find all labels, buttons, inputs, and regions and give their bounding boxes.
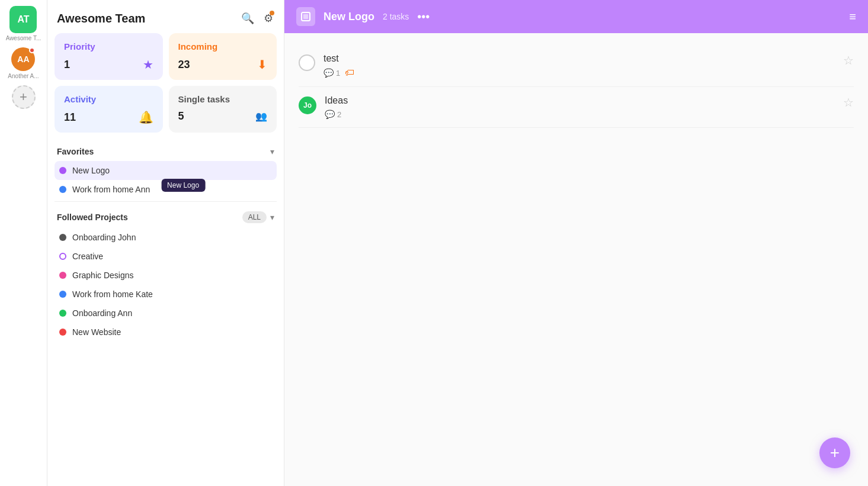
task-count: 2 tasks <box>383 12 409 21</box>
content-header: New Logo 2 tasks ••• ≡ <box>284 0 868 33</box>
task-comment-count: 💬 1 <box>324 68 340 78</box>
creative-dot <box>59 253 66 260</box>
notification-badge <box>29 47 35 53</box>
task-comment-count: 💬 2 <box>325 110 341 119</box>
sidebar-item-new-website[interactable]: New Website <box>55 323 277 342</box>
single-tasks-title: Single tasks <box>178 94 268 104</box>
team-workspace[interactable]: AT Awesome T... <box>6 6 41 41</box>
filter-icon: ≡ <box>849 10 856 23</box>
table-row: test 💬 1 🏷 ☆ <box>299 45 854 87</box>
onboarding-ann-dot <box>59 310 66 317</box>
work-home-ann-dot <box>59 186 66 193</box>
task-meta: 💬 1 🏷 <box>324 67 835 78</box>
task-meta: 💬 2 <box>325 110 835 119</box>
single-tasks-card[interactable]: Single tasks 5 👥 <box>169 86 277 133</box>
incoming-icon: ⬇ <box>257 57 267 72</box>
work-home-kate-label: Work from home Kate <box>72 289 153 299</box>
team-avatar[interactable]: AT <box>9 6 37 33</box>
add-workspace-button[interactable]: + <box>12 85 36 109</box>
sidebar-item-onboarding-ann[interactable]: Onboarding Ann <box>55 304 277 323</box>
sidebar-item-work-home-kate[interactable]: Work from home Kate <box>55 285 277 304</box>
sidebar-item-creative[interactable]: Creative <box>55 247 277 266</box>
work-home-kate-dot <box>59 291 66 298</box>
sidebar-item-onboarding-john[interactable]: Onboarding John <box>55 228 277 247</box>
user-avatar[interactable]: AA <box>11 47 35 71</box>
followed-projects-label: Followed Projects <box>57 213 128 222</box>
creative-label: Creative <box>72 252 103 261</box>
work-home-ann-label: Work from home Ann <box>72 185 150 194</box>
priority-count: 1 <box>64 59 70 71</box>
app-sidebar: AT Awesome T... AA Another A... + <box>0 0 47 486</box>
incoming-count: 23 <box>178 59 190 71</box>
activity-card[interactable]: Activity 11 🔔 <box>55 86 163 133</box>
new-logo-label: New Logo <box>72 166 110 175</box>
task-title: Ideas <box>325 95 835 106</box>
user-workspace[interactable]: AA Another A... <box>8 47 39 79</box>
onboarding-john-label: Onboarding John <box>72 233 136 242</box>
project-title: New Logo <box>324 11 374 23</box>
stats-cards: Priority 1 ★ Incoming 23 ⬇ Activity 11 🔔… <box>47 33 284 140</box>
priority-card[interactable]: Priority 1 ★ <box>55 33 163 80</box>
search-button[interactable]: 🔍 <box>240 11 255 26</box>
graphic-designs-label: Graphic Designs <box>72 271 134 280</box>
table-row: Jo Ideas 💬 2 ☆ <box>299 87 854 128</box>
project-icon <box>296 7 315 26</box>
team-label: Awesome T... <box>6 35 41 41</box>
svg-rect-1 <box>303 14 308 19</box>
main-sidebar: Awesome Team 🔍 ⚙ Priority 1 ★ Incoming 2… <box>47 0 284 486</box>
priority-icon: ★ <box>143 57 153 72</box>
sidebar-item-graphic-designs[interactable]: Graphic Designs <box>55 266 277 285</box>
all-filter-button[interactable]: ALL <box>242 211 267 223</box>
more-options-button[interactable]: ••• <box>417 10 430 24</box>
comment-icon: 💬 <box>325 110 335 119</box>
task-avatar: Jo <box>299 96 316 114</box>
incoming-card-title: Incoming <box>178 41 268 52</box>
sidebar-actions: 🔍 ⚙ <box>240 11 274 26</box>
sidebar-title: Awesome Team <box>57 12 145 25</box>
followed-projects-collapse-button[interactable]: ▾ <box>270 213 274 222</box>
activity-count: 11 <box>64 111 76 124</box>
user-label: Another A... <box>8 73 39 79</box>
divider-1 <box>55 201 277 202</box>
onboarding-ann-label: Onboarding Ann <box>72 308 132 318</box>
activity-card-title: Activity <box>64 94 153 104</box>
followed-projects-section-header: Followed Projects ALL ▾ <box>55 204 277 228</box>
task-title: test <box>324 53 835 64</box>
activity-icon: 🔔 <box>139 110 153 124</box>
comment-icon: 💬 <box>324 68 334 78</box>
sidebar-item-new-logo[interactable]: New Logo New Logo <box>55 161 277 180</box>
task-star-button[interactable]: ☆ <box>843 95 854 110</box>
filter-button[interactable]: ≡ <box>849 10 856 24</box>
new-website-dot <box>59 329 66 336</box>
favorites-collapse-button[interactable]: ▾ <box>270 147 274 156</box>
add-task-fab[interactable]: + <box>819 437 850 468</box>
graphic-designs-dot <box>59 272 66 279</box>
search-icon: 🔍 <box>241 12 254 24</box>
tag-icon: 🏷 <box>345 67 354 78</box>
new-logo-tooltip: New Logo <box>161 179 205 192</box>
settings-button[interactable]: ⚙ <box>262 11 274 26</box>
task-star-button[interactable]: ☆ <box>843 53 854 67</box>
onboarding-john-dot <box>59 234 66 241</box>
settings-badge <box>270 11 274 15</box>
favorites-section-header: Favorites ▾ <box>55 140 277 161</box>
task-body: test 💬 1 🏷 <box>324 53 835 78</box>
main-content: New Logo 2 tasks ••• ≡ test 💬 1 🏷 ☆ <box>284 0 868 486</box>
task-list: test 💬 1 🏷 ☆ Jo Ideas 💬 2 <box>284 33 868 486</box>
incoming-card[interactable]: Incoming 23 ⬇ <box>169 33 277 80</box>
single-tasks-icon: 👥 <box>255 111 267 122</box>
task-checkbox[interactable] <box>299 54 315 71</box>
sidebar-header: Awesome Team 🔍 ⚙ <box>47 0 284 33</box>
task-body: Ideas 💬 2 <box>325 95 835 119</box>
sidebar-scroll: Favorites ▾ New Logo New Logo Work from … <box>47 140 284 486</box>
new-website-label: New Website <box>72 327 121 337</box>
favorites-label: Favorites <box>57 147 94 156</box>
new-logo-dot <box>59 167 66 174</box>
single-tasks-count: 5 <box>178 110 184 123</box>
priority-card-title: Priority <box>64 41 153 52</box>
